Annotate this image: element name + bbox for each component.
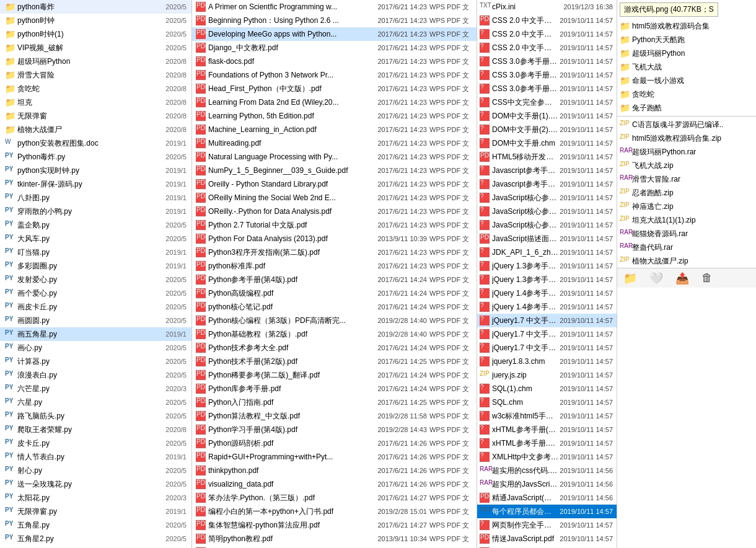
right-list-item[interactable]: ?DOM中文手册(2).chm2019/10/11 14:5720 (477, 123, 617, 136)
mid-list-item[interactable]: PDFpython标准库.pdf2017/6/21 14:23WPS PDF 文 (192, 259, 477, 273)
mid-list-item[interactable]: PDFNumPy_1_5_Beginner__039_s_Guide.pdf20… (192, 164, 477, 177)
mid-list-item[interactable]: PDF简明python教程.pdf2013/9/11 10:34WPS PDF … (192, 532, 477, 546)
left-list-item[interactable]: PY盖企鹅.py2020/5 (0, 218, 191, 232)
share-icon[interactable]: 📤 (675, 272, 689, 285)
archive-item[interactable]: RAR整蛊代码.rar (617, 241, 756, 254)
left-list-item[interactable]: PY路飞脑筋头.py2020/5 (0, 409, 191, 423)
right-list-item[interactable]: ?CSS 2.0 中文手册(2).chm2019/10/11 14:57编译的 … (477, 27, 617, 41)
left-list-item[interactable]: PY大风车.py2020/5 (0, 232, 191, 245)
folder-item[interactable]: 📁超级玛丽Python (617, 46, 756, 60)
mid-list-item[interactable]: PDFDeveloping MeeGo apps with Python...2… (192, 27, 477, 41)
left-list-item[interactable]: 📁超级玛丽Python2020/8 (0, 55, 191, 68)
right-list-item[interactable]: PDFJavaScript描述面试题.pdf2019/10/11 14:5720 (477, 232, 617, 245)
right-list-item[interactable]: ?JavaScript核心参考手册(2).chm2019/10/11 14:57… (477, 205, 617, 218)
left-list-item[interactable]: PY射心.py2020/5 (0, 464, 191, 477)
folder-item[interactable]: 📁html5游戏教程源码合集 (617, 19, 756, 33)
archive-item[interactable]: ZIP飞机大战.zip (617, 159, 756, 172)
left-list-item[interactable]: PY浪漫表白.py2020/5 (0, 368, 191, 382)
left-list-item[interactable]: 📁python毒炸2020/5 (0, 0, 191, 14)
mid-list-item[interactable]: PDFA Primer on Scientfic Programming w..… (192, 0, 477, 14)
archive-item[interactable]: ZIP植物大战僵尸.zip (617, 254, 756, 268)
right-list-item[interactable]: ?CSS 2.0 中文手册.chm2019/10/11 14:57编译的 HT (477, 41, 617, 55)
right-list-item[interactable]: ?jquery1.8.3.chm2019/10/11 14:5720 (477, 355, 617, 368)
mid-list-item[interactable]: PDFMachine_Learning_in_Action.pdf2017/6/… (192, 123, 477, 136)
mid-list-item[interactable]: PDFPython3程序开发指南(第二版).pdf2017/6/21 14:23… (192, 245, 477, 259)
mid-list-item[interactable]: PDFPython核心编程（第3版）PDF高清断完...2019/2/28 14… (192, 314, 477, 327)
right-list-item[interactable]: RAR超实用的JavsScrip代码.rar2019/10/11 14:56Wi… (477, 477, 617, 491)
folder-item[interactable]: 📁Python天天酷跑 (617, 33, 756, 46)
mid-list-item[interactable]: PDFDjango_中文教程.pdf2017/6/21 14:23WPS PDF… (192, 41, 477, 55)
right-list-item[interactable]: ?jQuery 1.3参考手册.chm2019/10/11 14:5720 (477, 273, 617, 286)
mid-list-item[interactable]: PDFPython 2.7 Tutorial 中文版.pdf2017/6/21 … (192, 218, 477, 232)
right-list-item[interactable]: TXTcPix.ini2019/12/3 16:38配置设置 (477, 0, 617, 14)
mid-list-item[interactable]: PDFBeginning Python：Using Python 2.6 ...… (192, 14, 477, 27)
left-list-item[interactable]: 📁无限弹窗2020/8 (0, 109, 191, 123)
right-list-item[interactable]: ?XMLHttp中文参考手册.chm2019/10/11 14:5720 (477, 450, 617, 464)
archive-item[interactable]: RAR能猫烧香源码.rar (617, 227, 756, 241)
left-list-item[interactable]: PYPython毒炸.py2020/5 (0, 150, 191, 164)
mid-list-item[interactable]: PDFPython参考手册(第4版).pdf2017/6/21 14:24WPS… (192, 273, 477, 286)
mid-list-item[interactable]: PDFOreilly - Python Standard Library.pdf… (192, 177, 477, 191)
mid-list-item[interactable]: PDFOReilly.-.Python for Data Analysis.pd… (192, 205, 477, 218)
folder-item[interactable]: 📁飞机大战 (617, 60, 756, 74)
left-list-item[interactable]: 📁python时钟2020/5 (0, 14, 191, 27)
mid-list-item[interactable]: PDFflask-docs.pdf2017/6/21 14:23WPS PDF … (192, 55, 477, 68)
mid-list-item[interactable]: PDFPython基础教程（第2版）.pdf2019/2/28 14:40WPS… (192, 327, 477, 341)
right-list-item[interactable]: ZIPjuery.js.zip2019/10/11 14:5720 (477, 368, 617, 382)
mid-list-item[interactable]: PDFPython源码剖析.pdf2017/6/21 14:26WPS PDF … (192, 436, 477, 450)
mid-list-item[interactable]: PDFRapid+GUI+Programming+with+Pyt...2017… (192, 450, 477, 464)
archive-item[interactable]: RAR超级玛丽Python.rar (617, 145, 756, 159)
right-list-item[interactable]: ?JavaScript核心参考手册(1).chm2019/10/11 14:57… (477, 191, 617, 205)
left-list-item[interactable]: PY八卦图.py2019/1 (0, 191, 191, 205)
right-list-item[interactable]: ?xHTML参考手册.chm2019/10/11 14:5720 (477, 436, 617, 450)
mid-list-item[interactable]: PDFLearning From Data 2nd Ed (Wiley,20..… (192, 95, 477, 109)
left-list-item[interactable]: PY五角星2.py2020/5 (0, 532, 191, 546)
archive-item[interactable]: ZIPC语言版魂斗罗源码已编译.. (617, 118, 756, 131)
left-list-item[interactable]: PY计算器.py2020/5 (0, 355, 191, 368)
mid-list-item[interactable]: PDFpython核心笔记.pdf2017/6/21 14:24WPS PDF … (192, 300, 477, 314)
right-list-item[interactable]: RAR超实用的css代码.rar2019/10/11 14:56WinRAR 压… (477, 464, 617, 477)
left-list-item[interactable]: PY无限弹窗.py2019/1 (0, 505, 191, 518)
right-list-item[interactable]: ?网页制作完全手册.chm2019/10/11 14:57编译的 HT (477, 518, 617, 532)
archive-item[interactable]: ZIP坦克大战1(1)(1).zip (617, 213, 756, 227)
left-list-item[interactable]: PYtkinter-屏保-源码.py2019/1 (0, 177, 191, 191)
left-list-item[interactable]: PY送一朵玫瑰花.py2020/5 (0, 477, 191, 491)
mid-list-item[interactable]: PDFLearning Python, 5th Edition.pdf2017/… (192, 109, 477, 123)
folder-item[interactable]: 📁贪吃蛇 (617, 87, 756, 101)
mid-list-item[interactable]: PDFOReilly Mining the Social Web 2nd E..… (192, 191, 477, 205)
right-list-item[interactable]: PDF响应式Web设计：HTML5和CSS3实战p...2019/10/11 1… (477, 546, 617, 548)
mid-list-item[interactable]: PDFPython稀要参考(第二版)_翻译.pdf2017/6/21 14:24… (192, 368, 477, 382)
mid-list-item[interactable]: PDFPython技术参考大全.pdf2017/6/21 14:24WPS PD… (192, 341, 477, 355)
left-list-item[interactable]: PY六芒星.py2020/3 (0, 382, 191, 396)
mid-list-item[interactable]: PDF笨办法学.Python.（第三版）.pdf2017/6/21 14:27W… (192, 491, 477, 505)
left-list-item[interactable]: 📁植物大战僵尸2020/8 (0, 123, 191, 136)
archive-item[interactable]: ZIP忍者跑酷.zip (617, 186, 756, 200)
mid-list-item[interactable]: PDFthinkpython.pdf2017/6/21 14:26WPS PDF… (192, 464, 477, 477)
right-list-item[interactable]: PDFCSS 2.0 中文手册(1).pdf2019/10/11 14:57WP… (477, 14, 617, 27)
left-list-item[interactable]: PY画个爱心.py2020/5 (0, 286, 191, 300)
right-list-item[interactable]: ?Javascript参考手册.chm2019/10/11 14:5720 (477, 177, 617, 191)
mid-list-item[interactable]: PDF编程小白的第一本+python+入门书.pdf2019/2/28 15:0… (192, 505, 477, 518)
right-list-item[interactable]: PDF情迷JavaScript.pdf2019/10/11 14:5720 (477, 532, 617, 546)
mid-list-item[interactable]: PDFFoundations of Python 3 Network Pr...… (192, 68, 477, 82)
left-list-item[interactable]: 📁滑雪大冒险2020/8 (0, 68, 191, 82)
mid-list-item[interactable]: PDF集体智慧编程-python算法应用.pdf2017/6/21 14:27W… (192, 518, 477, 532)
left-list-item[interactable]: PY穿雨散的小鸭.py2019/1 (0, 205, 191, 218)
mid-list-item[interactable]: PDFMultireading.pdf2017/6/21 14:23WPS PD… (192, 136, 477, 150)
left-list-item[interactable]: PY画心.py2020/5 (0, 341, 191, 355)
mid-list-item[interactable]: PDFvisualizing_data.pdf2017/6/21 14:26WP… (192, 477, 477, 491)
right-list-item[interactable]: PDF精通JavaScript(图灵计算机科学丛书).pdf2019/10/11… (477, 491, 617, 505)
folder-item[interactable]: 📁命最一线小游戏 (617, 74, 756, 87)
right-list-item[interactable]: ?jQuery 1.4参考手册.CHM2019/10/11 14:5720 (477, 300, 617, 314)
right-list-item[interactable]: ?SQL.chm2019/10/11 14:5720 (477, 396, 617, 409)
left-list-item[interactable]: 📁贪吃蛇2020/8 (0, 82, 191, 95)
left-list-item[interactable]: PY画圆圆.py2020/5 (0, 314, 191, 327)
left-list-item[interactable]: PY情人节表白.py2019/1 (0, 450, 191, 464)
right-list-item[interactable]: ?jQuery 1.3参考手册(1).chm2019/10/11 14:5720 (477, 259, 617, 273)
left-list-item[interactable]: PY皮卡丘.py2020/5 (0, 436, 191, 450)
right-list-item[interactable]: ?w3c标准html5手册.chm2019/10/11 14:5720 (477, 409, 617, 423)
right-list-item[interactable]: ?Javascript参考手册(1).chm2019/10/11 14:5720 (477, 164, 617, 177)
right-list-item[interactable]: ?jQuery1.7 中文手册.chm2019/10/11 14:5720 (477, 341, 617, 355)
right-list-item[interactable]: ?JavaScript核心参考手册.chm2019/10/11 14:5720 (477, 218, 617, 232)
mid-list-item[interactable]: PDFNatural Language Processing with Py..… (192, 150, 477, 164)
